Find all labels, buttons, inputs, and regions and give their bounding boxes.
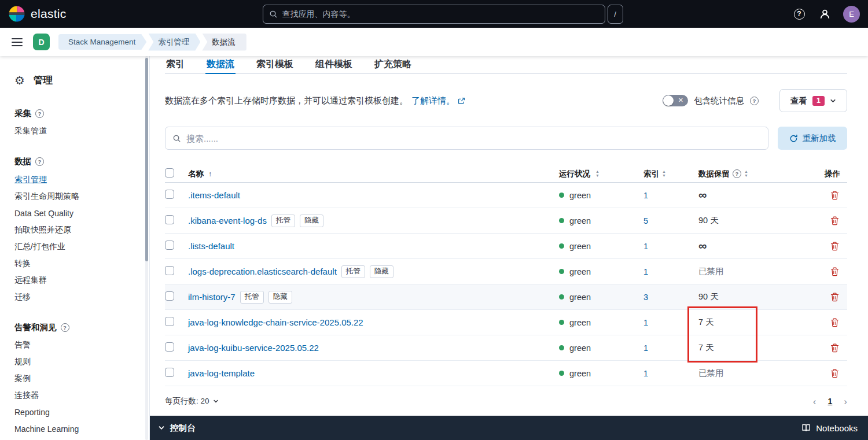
sidebar-item-connectors[interactable]: 连接器: [14, 387, 139, 404]
info-icon[interactable]: ?: [35, 157, 44, 166]
page-number[interactable]: 1: [828, 397, 833, 406]
indices-count-link[interactable]: 1: [643, 191, 648, 200]
reload-button[interactable]: 重新加载: [778, 127, 847, 150]
next-page-button[interactable]: ›: [844, 397, 847, 406]
console-toggle[interactable]: 控制台: [158, 423, 196, 434]
data-stream-link[interactable]: ilm-history-7: [188, 292, 236, 302]
include-stats-label: 包含统计信息: [694, 95, 744, 106]
global-search[interactable]: [263, 5, 605, 24]
section-heading-ingest: 采集: [14, 108, 31, 119]
data-stream-link[interactable]: .logs-deprecation.elasticsearch-default: [188, 267, 337, 276]
toggle-off-icon: ✕: [678, 97, 683, 104]
indices-count-link[interactable]: 1: [643, 267, 648, 276]
delete-button[interactable]: [829, 342, 840, 354]
sidebar-item-snapshot-restore[interactable]: 拍取快照并还原: [14, 221, 139, 238]
data-streams-search-input[interactable]: [186, 134, 761, 143]
include-stats-toggle[interactable]: ✕: [663, 95, 688, 106]
row-checkbox[interactable]: [165, 215, 174, 224]
health-dot: [559, 269, 564, 274]
health-status: green: [569, 267, 591, 276]
sidebar-item-remote-clusters[interactable]: 远程集群: [14, 272, 139, 289]
global-search-input[interactable]: [282, 9, 599, 19]
sidebar-item-transforms[interactable]: 转换: [14, 255, 139, 272]
delete-button[interactable]: [829, 291, 840, 303]
sidebar-item-migrate[interactable]: 迁移: [14, 289, 139, 305]
tab-index-templates[interactable]: 索引模板: [255, 56, 295, 73]
delete-button[interactable]: [829, 241, 840, 252]
tab-data-streams[interactable]: 数据流: [205, 56, 236, 73]
data-stream-link[interactable]: .lists-default: [188, 241, 234, 251]
sidebar-item-data-set-quality[interactable]: Data Set Quality: [14, 205, 139, 221]
learn-more-link[interactable]: 了解详情。: [411, 95, 465, 106]
breadcrumb-index-management[interactable]: 索引管理: [148, 34, 200, 51]
info-icon[interactable]: ?: [61, 323, 69, 332]
breadcrumb-stack-management[interactable]: Stack Management: [58, 34, 146, 50]
row-checkbox[interactable]: [165, 241, 174, 250]
info-icon[interactable]: ?: [35, 109, 44, 118]
select-all-checkbox[interactable]: [165, 168, 174, 178]
row-checkbox[interactable]: [165, 266, 174, 275]
sidebar-item-machine-learning[interactable]: Machine Learning: [14, 421, 139, 438]
column-header-name[interactable]: 名称↑: [188, 169, 552, 179]
trash-icon: [830, 242, 839, 251]
indices-count-link[interactable]: 1: [643, 318, 648, 327]
view-filter-button[interactable]: 查看 1: [779, 89, 847, 112]
row-checkbox[interactable]: [165, 317, 174, 326]
gear-icon: ⚙: [14, 75, 25, 86]
row-checkbox[interactable]: [165, 342, 174, 352]
indices-count-link[interactable]: 1: [643, 242, 648, 251]
breadcrumb: Stack Management 索引管理 数据流: [58, 34, 247, 51]
info-icon[interactable]: ?: [733, 169, 741, 178]
previous-page-button[interactable]: ‹: [813, 397, 816, 406]
info-icon[interactable]: ?: [750, 97, 759, 105]
row-checkbox[interactable]: [165, 368, 174, 377]
sidebar-item-ilm-policies[interactable]: 索引生命周期策略: [14, 188, 139, 205]
data-streams-content: 索引 数据流 索引模板 组件模板 扩充策略 数据流在多个索引上存储时序数据，并可…: [150, 56, 868, 416]
data-stream-link[interactable]: java-log-kuibu-service-2025.05.22: [188, 343, 319, 353]
sidebar-item-reporting[interactable]: Reporting: [14, 404, 139, 421]
trash-icon: [830, 369, 839, 378]
delete-button[interactable]: [829, 215, 840, 227]
space-avatar[interactable]: D: [33, 34, 50, 50]
rows-per-page-button[interactable]: 每页行数: 20: [165, 396, 219, 406]
chevron-down-icon: [213, 398, 219, 404]
user-avatar[interactable]: E: [843, 6, 860, 23]
data-streams-table: 名称↑ 运行状况▲▼ 索引▲▼ 数据保留?▲▼ 操作: [165, 165, 847, 386]
sidebar-item-alerts[interactable]: 告警: [14, 337, 139, 354]
menu-toggle-button[interactable]: [10, 36, 24, 49]
data-stream-link[interactable]: .items-default: [188, 190, 240, 200]
delete-button[interactable]: [829, 317, 840, 328]
column-header-health[interactable]: 运行状况▲▼: [552, 169, 639, 179]
sidebar-item-index-management[interactable]: 索引管理: [14, 171, 139, 188]
indices-count-link[interactable]: 1: [643, 369, 648, 378]
indices-count-link[interactable]: 5: [643, 216, 648, 225]
data-streams-search[interactable]: [165, 127, 768, 150]
help-button[interactable]: ?: [792, 7, 806, 21]
health-dot: [559, 371, 564, 376]
toggle-knob: [663, 95, 674, 106]
delete-button[interactable]: [829, 190, 840, 201]
tab-component-templates[interactable]: 组件模板: [314, 56, 354, 73]
table-row: ilm-history-7 托管 隐藏 green 3 90 天: [165, 284, 847, 310]
sidebar-item-rules[interactable]: 规则: [14, 354, 139, 371]
tab-enrich-policies[interactable]: 扩充策略: [373, 56, 413, 73]
sidebar-item-rollup-jobs[interactable]: 汇总/打包作业: [14, 238, 139, 255]
delete-button[interactable]: [829, 266, 840, 278]
data-stream-link[interactable]: .kibana-event-log-ds: [188, 216, 267, 225]
column-header-indices[interactable]: 索引▲▼: [639, 169, 694, 179]
notebooks-button[interactable]: Notebooks: [801, 423, 858, 433]
user-settings-button[interactable]: [818, 7, 832, 21]
column-header-retention[interactable]: 数据保留?▲▼: [694, 169, 789, 179]
data-stream-link[interactable]: java-log-template: [188, 368, 255, 378]
data-stream-link[interactable]: java-log-knowledge-chain-service-2025.05…: [188, 317, 363, 327]
sidebar-item-cases[interactable]: 案例: [14, 371, 139, 387]
delete-button[interactable]: [829, 368, 840, 379]
row-checkbox[interactable]: [165, 190, 174, 199]
elastic-brand[interactable]: elastic: [8, 5, 112, 23]
sidebar-item-ingest-pipelines[interactable]: 采集管道: [14, 123, 139, 140]
sidebar-scrollbar-thumb[interactable]: [145, 58, 148, 261]
tab-indices[interactable]: 索引: [165, 56, 186, 73]
indices-count-link[interactable]: 3: [643, 293, 648, 302]
row-checkbox[interactable]: [165, 291, 174, 301]
indices-count-link[interactable]: 1: [643, 343, 648, 353]
